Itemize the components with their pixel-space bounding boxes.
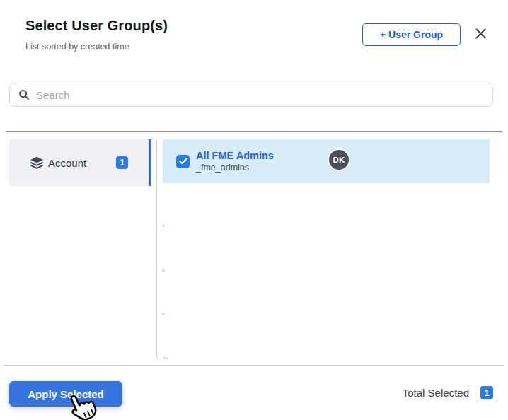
apply-selected-button[interactable]: Apply Selected (9, 381, 122, 407)
group-name: All FME Admins (196, 150, 274, 162)
group-checkbox[interactable] (176, 155, 190, 168)
page-title: Select User Group(s) (25, 18, 168, 34)
group-id: _fme_admins (196, 163, 274, 173)
close-icon (475, 28, 487, 42)
sidebar-item-account[interactable]: Account 1 (9, 139, 151, 186)
search-icon (18, 89, 30, 100)
layers-icon (30, 156, 44, 169)
add-user-group-button[interactable]: + User Group (362, 23, 461, 46)
sidebar-item-label: Account (48, 157, 116, 169)
checkmark-icon (179, 158, 187, 165)
total-selected-label: Total Selected (403, 387, 469, 399)
close-button[interactable] (473, 27, 488, 42)
search-bar[interactable] (9, 83, 493, 107)
bottom-divider (4, 365, 504, 366)
add-user-group-label: + User Group (380, 29, 443, 40)
avatar: DK (328, 148, 350, 171)
top-divider (6, 131, 502, 132)
active-indicator-bar (149, 139, 151, 186)
user-group-row[interactable]: All FME Admins _fme_admins DK (163, 139, 490, 183)
placeholder-dot (162, 269, 165, 272)
account-count-badge: 1 (116, 156, 128, 169)
panel-divider (156, 139, 157, 359)
placeholder-dot (163, 357, 168, 359)
sort-subtitle: List sorted by created time (25, 42, 129, 52)
placeholder-dot (162, 313, 165, 315)
total-selected: Total Selected 1 (403, 386, 493, 399)
search-input[interactable] (36, 89, 484, 101)
select-user-group-modal: Select User Group(s) List sorted by crea… (0, 0, 508, 420)
placeholder-dot (162, 225, 165, 227)
total-selected-badge: 1 (480, 386, 493, 399)
